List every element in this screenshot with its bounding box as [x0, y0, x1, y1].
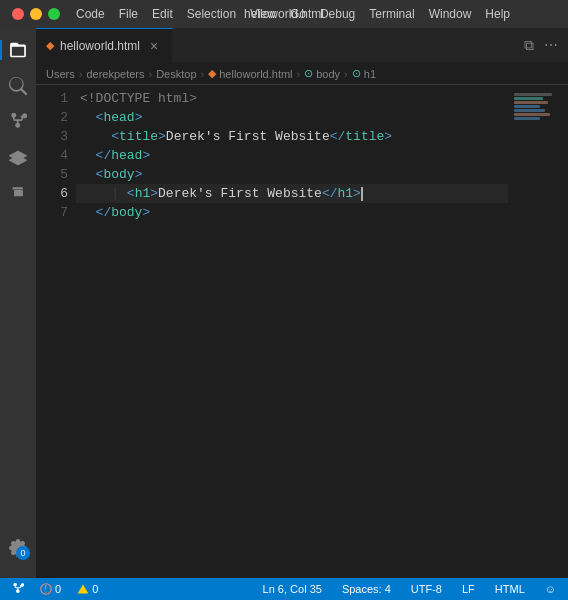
line-ending-label: LF: [462, 583, 475, 595]
indent-6: [80, 184, 111, 203]
indent-bar: |: [111, 184, 127, 203]
minimize-button[interactable]: [30, 8, 42, 20]
line-number-4: 4: [36, 146, 68, 165]
menu-window[interactable]: Window: [429, 7, 472, 21]
breadcrumb-derekpeters[interactable]: derekpeters: [86, 68, 144, 80]
encoding-label: UTF-8: [411, 583, 442, 595]
line-number-3: 3: [36, 127, 68, 146]
breadcrumb-body-label: body: [316, 68, 340, 80]
text-cursor: [361, 187, 363, 201]
tag-close-body: >: [135, 165, 143, 184]
feedback-button[interactable]: ☺: [541, 578, 560, 600]
tag-close-body-bracket: >: [142, 203, 150, 222]
tag-open-title: <: [111, 127, 119, 146]
source-control-icon[interactable]: [4, 108, 32, 136]
warning-count[interactable]: 0: [73, 578, 102, 600]
tagname-h1: h1: [135, 184, 151, 203]
code-line-6: | <h1>Derek's First Website</h1>: [76, 184, 508, 203]
minimap-line-5: [514, 109, 545, 112]
breadcrumb: Users › derekpeters › Desktop › ◆ hellow…: [36, 63, 568, 85]
code-doctype: <!DOCTYPE html>: [80, 89, 197, 108]
line-ending-indicator[interactable]: LF: [458, 578, 479, 600]
cursor-position-label: Ln 6, Col 35: [263, 583, 322, 595]
menu-debug[interactable]: Debug: [320, 7, 355, 21]
run-icon[interactable]: [4, 180, 32, 208]
breadcrumb-h1[interactable]: ⊙ h1: [352, 67, 376, 80]
git-branch-status[interactable]: [8, 578, 28, 600]
tagname-body-end: body: [111, 203, 142, 222]
tag-open-h1: <: [127, 184, 135, 203]
breadcrumb-body[interactable]: ⊙ body: [304, 67, 340, 80]
svg-point-1: [45, 591, 46, 592]
breadcrumb-body-icon: ⊙: [304, 67, 313, 80]
tag-close-title-bracket: >: [384, 127, 392, 146]
language-label: HTML: [495, 583, 525, 595]
editor-content[interactable]: 1 2 3 4 5 6 7 <!DOCTYPE html> <head>: [36, 85, 568, 578]
line-number-2: 2: [36, 108, 68, 127]
warning-number: 0: [92, 583, 98, 595]
code-line-3: <title>Derek's First Website</title>: [76, 127, 508, 146]
editor-tab[interactable]: ◆ helloworld.html ×: [36, 28, 173, 62]
traffic-lights: [12, 8, 60, 20]
tab-close-button[interactable]: ×: [146, 38, 162, 54]
code-line-4: </head>: [76, 146, 508, 165]
tag-close-h1-end: </: [322, 184, 338, 203]
indent-2: [80, 108, 96, 127]
tag-close-2: >: [135, 108, 143, 127]
editor-area: ◆ helloworld.html × ⧉ ⋯ Users › derekpet…: [36, 28, 568, 578]
split-editor-button[interactable]: ⧉: [522, 35, 536, 56]
h1-text: Derek's First Website: [158, 184, 322, 203]
indent-5: [80, 165, 96, 184]
code-editor[interactable]: <!DOCTYPE html> <head> <title>Derek's Fi…: [76, 85, 508, 578]
code-line-1: <!DOCTYPE html>: [76, 89, 508, 108]
search-icon[interactable]: [4, 72, 32, 100]
titlebar: Code File Edit Selection View Go Debug T…: [0, 0, 568, 28]
minimap-line-4: [514, 105, 540, 108]
menu-help[interactable]: Help: [485, 7, 510, 21]
activity-bar-bottom: 0: [4, 534, 32, 570]
code-line-5: <body>: [76, 165, 508, 184]
minimap-line-3: [514, 101, 548, 104]
breadcrumb-users[interactable]: Users: [46, 68, 75, 80]
tag-close-title-open: >: [158, 127, 166, 146]
tab-bar-actions: ⧉ ⋯: [514, 28, 568, 62]
minimap-line-2: [514, 97, 543, 100]
status-right: Ln 6, Col 35 Spaces: 4 UTF-8 LF HTML ☺: [259, 578, 560, 600]
tagname-head: head: [103, 108, 134, 127]
indent-3: [80, 127, 111, 146]
tag-close-title-end: </: [330, 127, 346, 146]
tagname-body: body: [103, 165, 134, 184]
breadcrumb-sep-3: ›: [201, 68, 205, 80]
error-count[interactable]: 0: [36, 578, 65, 600]
menu-selection[interactable]: Selection: [187, 7, 236, 21]
explorer-icon[interactable]: [4, 36, 32, 64]
status-left: 0 0: [8, 578, 102, 600]
menu-code[interactable]: Code: [76, 7, 105, 21]
breadcrumb-sep-2: ›: [149, 68, 153, 80]
extensions-icon[interactable]: [4, 144, 32, 172]
tagname-title: title: [119, 127, 158, 146]
settings-icon[interactable]: 0: [4, 534, 32, 562]
close-button[interactable]: [12, 8, 24, 20]
spaces-indicator[interactable]: Spaces: 4: [338, 578, 395, 600]
tagname-title-end: title: [345, 127, 384, 146]
menu-file[interactable]: File: [119, 7, 138, 21]
breadcrumb-users-label: Users: [46, 68, 75, 80]
cursor-position[interactable]: Ln 6, Col 35: [259, 578, 326, 600]
language-indicator[interactable]: HTML: [491, 578, 529, 600]
minimap-content: [514, 93, 562, 121]
maximize-button[interactable]: [48, 8, 60, 20]
line-number-5: 5: [36, 165, 68, 184]
breadcrumb-h1-icon: ⊙: [352, 67, 361, 80]
code-line-7: </body>: [76, 203, 508, 222]
encoding-indicator[interactable]: UTF-8: [407, 578, 446, 600]
more-actions-button[interactable]: ⋯: [542, 35, 560, 55]
menu-terminal[interactable]: Terminal: [369, 7, 414, 21]
breadcrumb-file[interactable]: ◆ helloworld.html: [208, 67, 292, 80]
breadcrumb-desktop[interactable]: Desktop: [156, 68, 196, 80]
tagname-h1-end: h1: [338, 184, 354, 203]
tab-bar: ◆ helloworld.html × ⧉ ⋯: [36, 28, 568, 63]
breadcrumb-derekpeters-label: derekpeters: [86, 68, 144, 80]
menu-edit[interactable]: Edit: [152, 7, 173, 21]
breadcrumb-sep-5: ›: [344, 68, 348, 80]
